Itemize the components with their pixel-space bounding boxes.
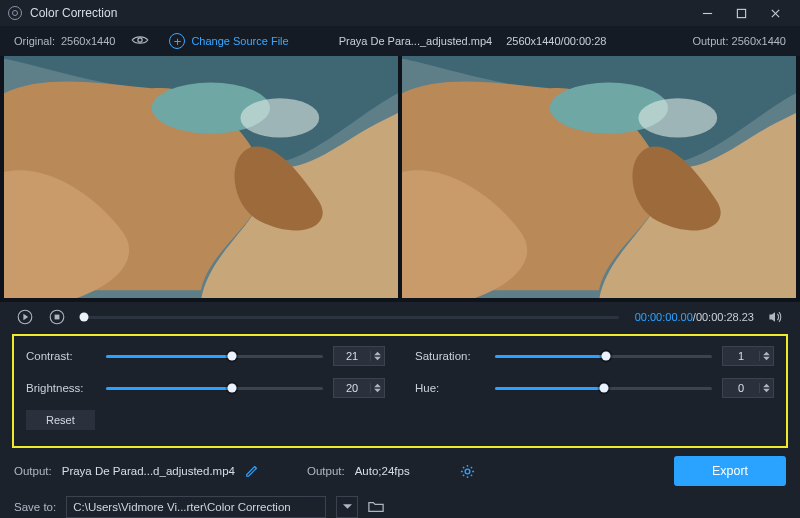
output-file-label: Output: <box>14 465 52 477</box>
stop-button[interactable] <box>46 306 68 328</box>
contrast-control: Contrast: 21 <box>26 346 385 366</box>
hue-label: Hue: <box>415 382 485 394</box>
hue-slider[interactable] <box>495 387 712 390</box>
brightness-down[interactable] <box>371 388 384 393</box>
saturation-down[interactable] <box>760 356 773 361</box>
original-label: Original: <box>14 35 55 47</box>
export-button[interactable]: Export <box>674 456 786 486</box>
svg-point-14 <box>465 469 470 474</box>
svg-rect-13 <box>55 315 60 320</box>
current-time: 00:00:00.00 <box>635 311 693 323</box>
close-button[interactable] <box>758 0 792 26</box>
contrast-value-input[interactable]: 21 <box>333 346 385 366</box>
output-format-label: Output: <box>307 465 345 477</box>
hue-control: Hue: 0 <box>415 378 774 398</box>
playbar: 00:00:00.00/00:00:28.23 <box>0 302 800 332</box>
svg-point-7 <box>240 98 319 137</box>
window-title: Color Correction <box>30 6 117 20</box>
change-source-button[interactable]: + Change Source File <box>169 33 288 49</box>
brightness-slider[interactable] <box>106 387 323 390</box>
contrast-label: Contrast: <box>26 350 96 362</box>
preview-before <box>4 56 398 298</box>
hue-down[interactable] <box>760 388 773 393</box>
output-file-name: Praya De Parad...d_adjusted.mp4 <box>62 465 235 477</box>
saveto-path-input[interactable]: C:\Users\Vidmore Vi...rter\Color Correct… <box>66 496 326 518</box>
saturation-slider[interactable] <box>495 355 712 358</box>
app-logo-icon <box>8 6 22 20</box>
hue-value-input[interactable]: 0 <box>722 378 774 398</box>
saveto-label: Save to: <box>14 501 56 513</box>
svg-point-10 <box>638 98 717 137</box>
minimize-button[interactable] <box>690 0 724 26</box>
preview-after <box>402 56 796 298</box>
open-folder-button[interactable] <box>368 500 384 514</box>
edit-output-name-button[interactable] <box>245 464 259 478</box>
output-format-value: Auto;24fps <box>355 465 410 477</box>
saturation-value-input[interactable]: 1 <box>722 346 774 366</box>
plus-icon: + <box>169 33 185 49</box>
color-controls-panel: Contrast: 21 Saturation: 1 Brightnes <box>12 334 788 448</box>
titlebar: Color Correction <box>0 0 800 26</box>
saveto-dropdown[interactable] <box>336 496 358 518</box>
contrast-slider[interactable] <box>106 355 323 358</box>
preview-toggle-icon[interactable] <box>131 34 149 48</box>
original-resolution: 2560x1440 <box>61 35 115 47</box>
info-bar: Original: 2560x1440 + Change Source File… <box>0 26 800 56</box>
saturation-control: Saturation: 1 <box>415 346 774 366</box>
preview-area <box>0 56 800 302</box>
svg-point-4 <box>138 38 142 42</box>
source-filename: Praya De Para..._adjusted.mp4 <box>339 35 492 47</box>
play-button[interactable] <box>14 306 36 328</box>
footer: Output: Praya De Parad...d_adjusted.mp4 … <box>0 448 800 518</box>
timecode: 00:00:00.00/00:00:28.23 <box>635 311 754 323</box>
brightness-control: Brightness: 20 <box>26 378 385 398</box>
output-resolution: 2560x1440 <box>732 35 786 47</box>
output-label: Output: <box>692 35 728 47</box>
brightness-label: Brightness: <box>26 382 96 394</box>
maximize-button[interactable] <box>724 0 758 26</box>
output-settings-button[interactable] <box>460 464 475 479</box>
svg-rect-1 <box>737 9 745 17</box>
total-time: 00:00:28.23 <box>696 311 754 323</box>
seek-slider[interactable] <box>84 316 619 319</box>
contrast-down[interactable] <box>371 356 384 361</box>
change-source-label: Change Source File <box>191 35 288 47</box>
source-meta: 2560x1440/00:00:28 <box>506 35 606 47</box>
volume-button[interactable] <box>764 306 786 328</box>
saturation-label: Saturation: <box>415 350 485 362</box>
brightness-value-input[interactable]: 20 <box>333 378 385 398</box>
reset-button[interactable]: Reset <box>26 410 95 430</box>
